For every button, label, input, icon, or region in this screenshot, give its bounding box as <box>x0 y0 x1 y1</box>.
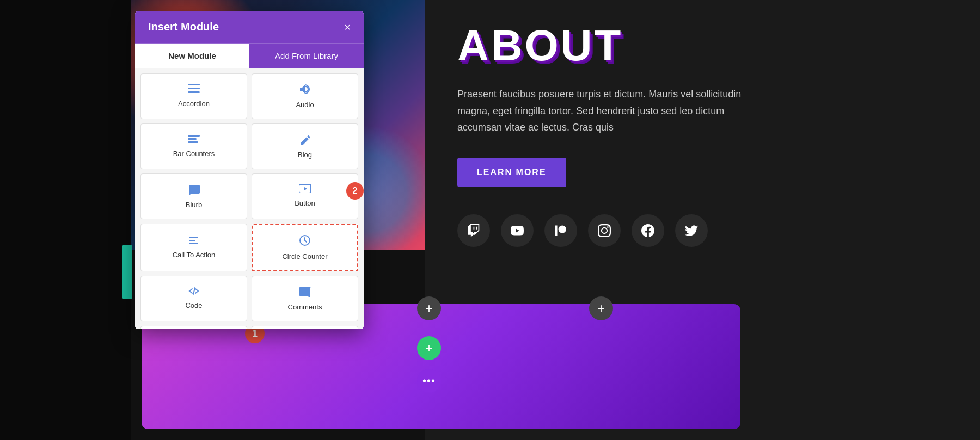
svg-rect-4 <box>188 138 197 140</box>
teal-bar <box>122 245 132 299</box>
twitch-icon[interactable] <box>457 214 490 247</box>
modal-close-button[interactable]: × <box>344 22 351 33</box>
modal-title: Insert Module <box>148 21 219 33</box>
accordion-label: Accordion <box>178 100 210 108</box>
module-item-button[interactable]: Button <box>252 173 358 219</box>
modal-tabs: New Module Add From Library <box>135 43 364 68</box>
dots-menu-button[interactable]: ••• <box>417 369 441 393</box>
add-row-button[interactable]: + <box>417 336 441 360</box>
module-item-comments[interactable]: Comments <box>252 276 358 321</box>
bar-counters-icon <box>188 134 200 145</box>
module-item-code[interactable]: Code <box>140 276 247 321</box>
circle-counter-label: Circle Counter <box>282 252 327 261</box>
module-item-bar-counters[interactable]: Bar Counters <box>140 123 247 169</box>
left-sidebar <box>0 0 131 440</box>
bar-counters-label: Bar Counters <box>173 150 215 158</box>
module-item-circle-counter[interactable]: Circle Counter <box>252 224 358 271</box>
module-item-audio[interactable]: Audio <box>252 73 358 119</box>
svg-rect-1 <box>188 88 200 89</box>
social-icons-row <box>457 214 947 247</box>
insert-module-modal: Insert Module × New Module Add From Libr… <box>135 11 364 329</box>
code-label: Code <box>185 301 202 309</box>
comments-icon <box>299 286 311 299</box>
about-body-text: Praesent faucibus posuere turpis et dict… <box>457 86 757 136</box>
comments-label: Comments <box>288 303 322 311</box>
accordion-icon <box>188 84 200 95</box>
youtube-icon[interactable] <box>501 214 534 247</box>
module-item-contact-form[interactable]: Contact Form <box>140 326 247 329</box>
svg-rect-5 <box>188 141 198 143</box>
blurb-label: Blurb <box>186 201 202 209</box>
code-icon <box>188 286 200 297</box>
module-item-accordion[interactable]: Accordion <box>140 73 247 119</box>
module-item-blog[interactable]: Blog <box>252 123 358 169</box>
call-to-action-label: Call To Action <box>173 251 216 259</box>
button-icon <box>299 184 311 195</box>
badge-2: 2 <box>346 182 364 200</box>
audio-label: Audio <box>296 101 314 109</box>
blurb-icon <box>188 184 200 196</box>
blog-label: Blog <box>298 151 312 159</box>
circle-counter-icon <box>299 234 311 248</box>
svg-rect-3 <box>188 135 200 137</box>
module-grid: Accordion Audio Bar Counters <box>140 73 358 329</box>
blog-icon <box>299 134 311 146</box>
add-module-button-2[interactable]: + <box>417 296 441 320</box>
button-label: Button <box>295 199 315 207</box>
audio-icon <box>299 84 311 96</box>
add-module-button-3[interactable]: + <box>589 296 613 320</box>
module-item-countdown-timer[interactable]: Countdown Timer <box>252 326 358 329</box>
tab-add-from-library[interactable]: Add From Library <box>249 44 364 68</box>
facebook-icon[interactable] <box>632 214 664 247</box>
svg-rect-0 <box>188 84 200 85</box>
instagram-icon[interactable] <box>588 214 621 247</box>
patreon-icon[interactable] <box>544 214 577 247</box>
learn-more-button[interactable]: LEARN MORE <box>457 158 566 187</box>
tab-new-module[interactable]: New Module <box>135 44 249 68</box>
twitter-icon[interactable] <box>675 214 708 247</box>
svg-rect-2 <box>188 91 200 93</box>
module-item-blurb[interactable]: Blurb <box>140 173 247 219</box>
modal-body: Accordion Audio Bar Counters <box>135 68 364 329</box>
modal-header: Insert Module × <box>135 11 364 43</box>
call-to-action-icon <box>188 234 200 246</box>
about-title: ABOUT <box>457 22 947 70</box>
module-item-call-to-action[interactable]: Call To Action <box>140 224 247 271</box>
